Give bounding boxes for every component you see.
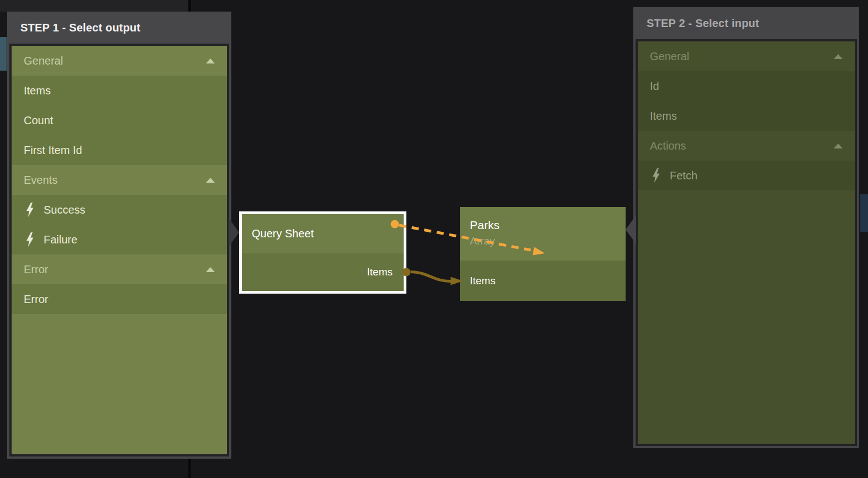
node-input-row-items[interactable]: Items (460, 261, 626, 301)
section-label: General (24, 55, 63, 67)
panel-empty-area (638, 190, 855, 444)
step1-panel-title: STEP 1 - Select output (9, 12, 229, 44)
mapped-connection-line (411, 272, 452, 282)
section-header-general[interactable]: General (12, 46, 227, 76)
bolt-icon (27, 232, 34, 247)
section-label: General (650, 50, 689, 63)
item-label: Id (650, 80, 659, 93)
section-header-general[interactable]: General (638, 41, 855, 71)
flow-mapping-canvas: STEP 1 - Select output General Items Cou… (0, 0, 868, 478)
port-label: Items (470, 275, 495, 287)
step1-panel-connector-arrow (229, 218, 239, 247)
node-title: Parks (470, 218, 626, 232)
left-edge-tab (0, 37, 7, 71)
collapse-arrow-icon[interactable] (206, 59, 215, 63)
output-item-failure[interactable]: Failure (12, 225, 227, 254)
input-item-fetch[interactable]: Fetch (638, 161, 855, 190)
port-label: Items (367, 266, 393, 278)
bolt-icon (653, 168, 660, 183)
output-item-error[interactable]: Error (12, 284, 227, 314)
step2-panel-body: General Id Items Actions Fetch (636, 39, 857, 446)
item-label: Items (24, 84, 51, 97)
node-parks[interactable]: Parks Array Items (460, 207, 626, 301)
node-subtitle: Array (470, 234, 626, 248)
section-header-events[interactable]: Events (12, 165, 227, 195)
section-label: Error (24, 263, 48, 276)
step1-output-panel: STEP 1 - Select output General Items Cou… (7, 12, 231, 459)
input-item-items[interactable]: Items (638, 101, 855, 131)
node-header: Parks Array (460, 207, 626, 261)
output-item-items[interactable]: Items (12, 76, 227, 105)
section-label: Actions (650, 140, 686, 152)
step2-input-panel: STEP 2 - Select input General Id Items A… (633, 7, 859, 448)
item-label: Failure (44, 233, 77, 246)
panel-empty-area (12, 314, 227, 454)
background-panel-strip (0, 0, 188, 12)
output-item-first-item-id[interactable]: First Item Id (12, 135, 227, 165)
item-label: Items (650, 110, 677, 123)
item-label: First Item Id (24, 144, 82, 157)
collapse-arrow-icon[interactable] (206, 267, 215, 272)
input-item-id[interactable]: Id (638, 71, 855, 101)
bolt-icon (27, 203, 34, 217)
section-header-actions[interactable]: Actions (638, 131, 855, 161)
section-label: Events (24, 174, 57, 187)
step1-panel-body: General Items Count First Item Id Events… (9, 44, 229, 456)
right-edge-tab (860, 194, 868, 232)
collapse-arrow-icon[interactable] (834, 144, 843, 148)
output-item-success[interactable]: Success (12, 195, 227, 225)
item-label: Error (24, 293, 48, 306)
collapse-arrow-icon[interactable] (834, 54, 843, 59)
step2-panel-connector-arrow (626, 215, 636, 244)
section-header-error[interactable]: Error (12, 254, 227, 284)
node-title: Query Sheet (242, 214, 404, 253)
step2-panel-title: STEP 2 - Select input (636, 7, 857, 39)
collapse-arrow-icon[interactable] (206, 178, 215, 183)
item-label: Success (44, 204, 86, 216)
node-query-sheet[interactable]: Query Sheet Items (239, 211, 406, 294)
item-label: Fetch (670, 169, 697, 182)
item-label: Count (24, 114, 53, 127)
node-output-row-items[interactable]: Items (242, 253, 404, 291)
output-item-count[interactable]: Count (12, 105, 227, 135)
